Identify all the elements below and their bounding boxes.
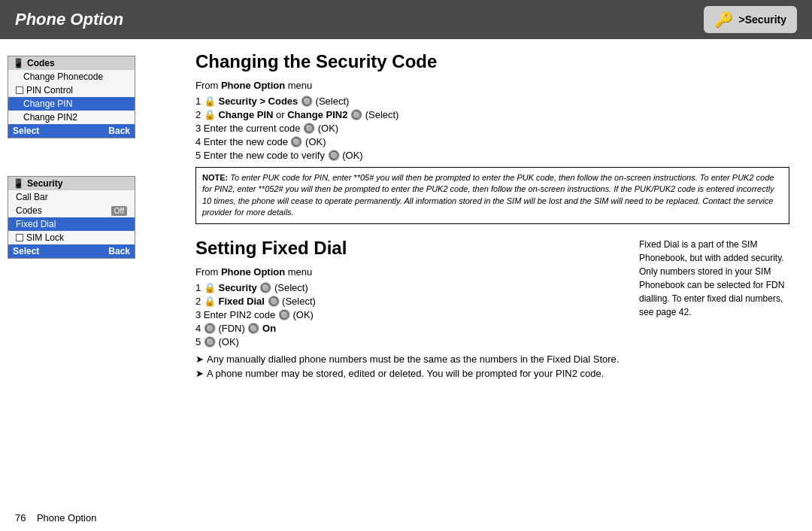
- note-text: To enter PUK code for PIN, enter **05# y…: [202, 173, 774, 217]
- step2-4: 4 🔘 (FDN) 🔘 On: [195, 323, 624, 334]
- bullet-text-2: A phone number may be stored, edited or …: [207, 368, 604, 379]
- key-icon: 🔑: [714, 11, 733, 29]
- security-badge: 🔑 >Security: [704, 6, 797, 33]
- menu-item-change-pin[interactable]: Change PIN: [8, 97, 135, 111]
- codes-menu-footer: Select Back: [8, 124, 135, 138]
- phone-icon-1: 📱: [13, 58, 24, 68]
- main-content: Changing the Security Code From Phone Op…: [180, 39, 812, 531]
- codes-select-btn[interactable]: Select: [13, 126, 39, 136]
- menu-item-fixed-dial[interactable]: Fixed Dial: [8, 217, 135, 231]
- fixed-dial-content: Setting Fixed Dial From Phone Option men…: [195, 238, 624, 382]
- section2-title: Setting Fixed Dial: [195, 238, 624, 259]
- menu-item-sim-lock[interactable]: SIM Lock: [8, 231, 135, 244]
- menu-item-pin-control[interactable]: PIN Control: [8, 83, 135, 97]
- from-bold-1: Phone Option: [221, 80, 285, 91]
- security-menu-box: 📱 Security Call Bar Codes Off Fixed Dial…: [8, 176, 135, 259]
- codes-back-btn[interactable]: Back: [108, 126, 130, 136]
- codes-menu-box: 📱 Codes Change Phonecode PIN Control Cha…: [8, 56, 135, 138]
- security-menu-footer: Select Back: [8, 244, 135, 258]
- bullet-list: ➤ Any manually dialled phone numbers mus…: [195, 353, 624, 379]
- step1-3: 3 Enter the current code 🔘 (OK): [195, 123, 789, 134]
- page-number: 76: [15, 512, 26, 523]
- bullet-1: ➤ Any manually dialled phone numbers mus…: [195, 353, 624, 365]
- codes-menu-header: 📱 Codes: [8, 56, 135, 70]
- main-area: 📱 Codes Change Phonecode PIN Control Cha…: [0, 39, 812, 531]
- note-box: NOTE: To enter PUK code for PIN, enter *…: [195, 167, 789, 224]
- security-back-btn[interactable]: Back: [108, 246, 130, 256]
- security-menu-header: 📱 Security: [8, 177, 135, 190]
- arrow-icon-1: ➤: [195, 353, 204, 365]
- left-sidebar: 📱 Codes Change Phonecode PIN Control Cha…: [0, 39, 180, 531]
- footer-label: Phone Option: [37, 512, 97, 523]
- from-bold-2: Phone Option: [221, 266, 285, 278]
- note-label: NOTE:: [202, 173, 228, 182]
- pin-control-checkbox[interactable]: [16, 86, 23, 94]
- security-menu-title: Security: [27, 178, 62, 189]
- step2-1: 1 🔒 Security 🔘 (Select): [195, 282, 624, 293]
- menu-item-codes[interactable]: Codes Off: [8, 204, 135, 217]
- fixed-dial-area: Setting Fixed Dial From Phone Option men…: [195, 238, 789, 382]
- step1-5: 5 Enter the new code to verify 🔘 (OK): [195, 150, 789, 161]
- menu-item-change-phonecode[interactable]: Change Phonecode: [8, 70, 135, 83]
- fixed-dial-side-note: Fixed Dial is a part of the SIM Phoneboo…: [639, 238, 789, 382]
- step1-4: 4 Enter the new code 🔘 (OK): [195, 136, 789, 147]
- phone-icon-2: 📱: [13, 178, 24, 189]
- section1-from: From Phone Option menu: [195, 80, 789, 91]
- section2-from: From Phone Option menu: [195, 266, 624, 278]
- security-select-btn[interactable]: Select: [13, 246, 39, 256]
- bullet-text-1: Any manually dialled phone numbers must …: [207, 353, 619, 365]
- step1-1: 1 🔒 Security > Codes 🔘 (Select): [195, 96, 789, 107]
- page-title: Phone Option: [15, 10, 123, 29]
- step1-2: 2 🔒 Change PIN or Change PIN2 🔘 (Select): [195, 109, 789, 120]
- off-badge: Off: [111, 206, 127, 216]
- menu-item-call-bar[interactable]: Call Bar: [8, 190, 135, 204]
- step2-2: 2 🔒 Fixed Dial 🔘 (Select): [195, 296, 624, 307]
- section1-title: Changing the Security Code: [195, 51, 789, 72]
- step2-3: 3 Enter PIN2 code 🔘 (OK): [195, 309, 624, 320]
- page-footer: 76 Phone Option: [15, 512, 96, 523]
- arrow-icon-2: ➤: [195, 368, 204, 379]
- badge-label: >Security: [739, 14, 786, 26]
- step2-5: 5 🔘 (OK): [195, 336, 624, 347]
- header: Phone Option 🔑 >Security: [0, 0, 812, 39]
- bullet-2: ➤ A phone number may be stored, edited o…: [195, 368, 624, 379]
- codes-menu-title: Codes: [27, 58, 55, 68]
- sim-lock-checkbox[interactable]: [16, 234, 23, 241]
- menu-item-change-pin2[interactable]: Change PIN2: [8, 111, 135, 124]
